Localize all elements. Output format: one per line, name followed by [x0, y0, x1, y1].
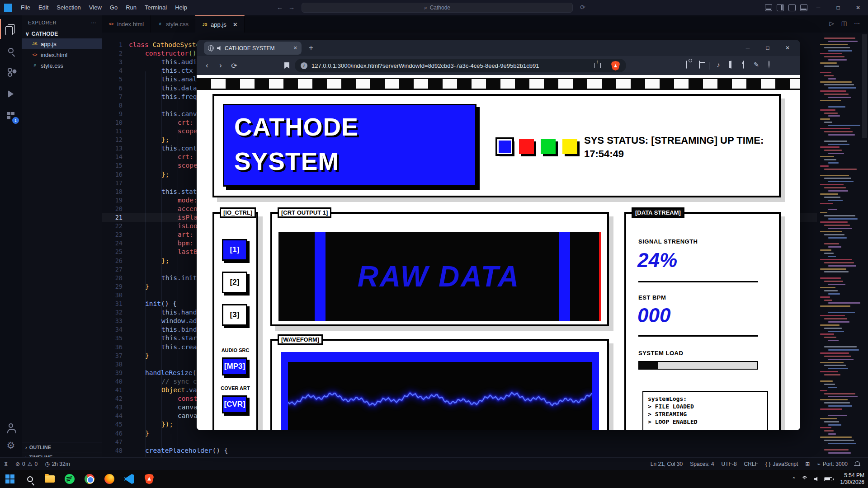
tab-appjs[interactable]: JS app.js ✕ — [195, 15, 245, 33]
new-tab-button[interactable]: + — [309, 43, 313, 52]
annotate-icon[interactable]: ✎ — [751, 61, 761, 68]
taskbar-clock[interactable]: 5:54 PM 1/30/2026 — [840, 472, 864, 486]
volume-icon[interactable] — [814, 477, 819, 481]
tab-indexhtml[interactable]: <> index.html — [102, 15, 151, 33]
timer-indicator[interactable]: ◷2h 32m — [41, 461, 74, 467]
swatch-red[interactable] — [519, 139, 534, 154]
tray-expand-icon[interactable]: ⌃ — [792, 476, 796, 482]
menu-terminal[interactable]: Terminal — [141, 2, 171, 13]
history-forward-icon[interactable]: → — [288, 4, 295, 11]
mode-3-button[interactable]: [3] — [222, 304, 247, 326]
file-indexhtml[interactable]: <> index.html — [22, 49, 102, 60]
reload-icon[interactable]: ⟳ — [227, 61, 241, 70]
toggle-secondary-sidebar-icon[interactable] — [788, 4, 796, 11]
minimap[interactable] — [819, 34, 861, 457]
brave-taskbar-icon[interactable] — [139, 470, 159, 488]
indentation[interactable]: Spaces: 4 — [686, 461, 717, 467]
media-icon[interactable]: ♪ — [713, 61, 723, 68]
code-line[interactable]: 46} — [102, 429, 817, 438]
toggle-sidebar-icon[interactable] — [777, 4, 784, 11]
tab-close-icon[interactable]: ✕ — [233, 21, 238, 28]
browser-maximize-button[interactable]: □ — [759, 42, 777, 54]
taskbar-search-icon[interactable] — [20, 470, 40, 488]
mode-1-button[interactable]: [1] — [222, 239, 247, 261]
port-forward[interactable]: ⌁Port: 3000 — [813, 461, 851, 467]
tab-close-icon[interactable]: ✕ — [293, 45, 297, 51]
command-search-box[interactable]: ⌕ Cathode — [302, 3, 573, 13]
bookmark-icon[interactable] — [284, 62, 289, 69]
extensions-icon[interactable]: 1 — [0, 106, 22, 126]
menu-help[interactable]: Help — [171, 2, 191, 13]
history-back-icon[interactable]: ← — [277, 4, 283, 11]
cursor-position[interactable]: Ln 21, Col 30 — [647, 461, 686, 467]
extension-indicator-icon[interactable]: ⊞ — [802, 461, 813, 467]
forward-icon[interactable]: › — [214, 61, 227, 70]
menu-go[interactable]: Go — [106, 2, 122, 13]
run-file-icon[interactable]: ▷ — [830, 20, 834, 27]
vscode-taskbar-icon[interactable] — [119, 470, 139, 488]
menu-selection[interactable]: Selection — [52, 2, 85, 13]
system-load-label: SYSTEM LOAD — [638, 350, 683, 357]
tab-stylecss[interactable]: # style.css — [151, 15, 195, 33]
file-stylecss[interactable]: # style.css — [22, 60, 102, 71]
swatch-yellow[interactable] — [562, 139, 577, 154]
folder-cathode[interactable]: ∨ CATHODE — [22, 29, 102, 38]
customize-layout-icon[interactable] — [800, 4, 807, 11]
menu-run[interactable]: Run — [122, 2, 141, 13]
mp3-button[interactable]: [MP3] — [222, 357, 247, 375]
vscode-minimize-button[interactable]: ─ — [808, 0, 828, 15]
sidebar-toggle-icon[interactable] — [726, 61, 736, 68]
toggle-panel-icon[interactable] — [765, 4, 772, 11]
notifications-bell-icon[interactable] — [851, 463, 863, 465]
browser-close-button[interactable]: ✕ — [778, 42, 797, 54]
split-editor-icon[interactable]: ◫ — [841, 20, 847, 27]
chrome-icon[interactable] — [80, 470, 99, 488]
menu-edit[interactable]: Edit — [34, 2, 52, 13]
problems-indicator[interactable]: ⊘0 ⚠0 — [12, 461, 41, 467]
more-actions-icon[interactable]: ⋯ — [854, 20, 860, 27]
mode-2-button[interactable]: [2] — [222, 272, 247, 293]
extensions-puzzle-icon[interactable] — [682, 61, 692, 68]
url-bar[interactable]: i 127.0.0.1:3000/index.html?serverWindow… — [295, 59, 626, 72]
file-appjs[interactable]: JS app.js — [22, 38, 102, 49]
wallet-card-icon[interactable] — [694, 61, 704, 68]
battery-icon[interactable] — [824, 477, 832, 481]
language-mode[interactable]: { }JavaScript — [762, 461, 802, 467]
remote-indicator[interactable]: ⋈ — [0, 461, 12, 466]
vscode-close-button[interactable]: ✕ — [848, 0, 868, 15]
menu-file[interactable]: File — [17, 2, 34, 13]
share-icon[interactable] — [594, 63, 601, 68]
run-debug-icon[interactable] — [0, 84, 22, 104]
wifi-icon[interactable] — [802, 476, 809, 482]
search-icon[interactable] — [0, 41, 22, 61]
start-button[interactable] — [0, 470, 20, 488]
brave-wallet-icon[interactable] — [739, 61, 749, 68]
spotify-icon[interactable] — [60, 470, 80, 488]
outline-section[interactable]: › OUTLINE — [22, 442, 102, 452]
brave-shield-icon[interactable] — [611, 61, 620, 70]
eol[interactable]: CRLF — [741, 461, 762, 467]
file-explorer-icon[interactable] — [40, 470, 60, 488]
cvr-button[interactable]: [CVR] — [222, 395, 247, 413]
explorer-icon[interactable] — [0, 19, 22, 39]
firefox-icon[interactable] — [99, 470, 119, 488]
account-icon[interactable] — [0, 416, 22, 436]
swatch-blue[interactable] — [497, 139, 512, 154]
explorer-more-icon[interactable]: ⋯ — [91, 20, 96, 26]
settings-gear-icon[interactable]: ⚙ — [0, 436, 22, 455]
vscode-maximize-button[interactable]: □ — [828, 0, 848, 15]
code-line[interactable]: 47 — [102, 438, 817, 446]
site-info-icon[interactable]: i — [301, 62, 307, 69]
search-icon: ⌕ — [424, 5, 427, 11]
source-control-icon[interactable] — [0, 62, 22, 82]
browser-tab[interactable]: CATHODE SYSTEM ✕ — [204, 42, 302, 55]
editor-scrollbar[interactable] — [861, 34, 868, 457]
encoding[interactable]: UTF-8 — [718, 461, 741, 467]
back-icon[interactable]: ‹ — [200, 61, 214, 70]
menu-view[interactable]: View — [85, 2, 106, 13]
vpn-shield-icon[interactable] — [764, 61, 774, 68]
code-line[interactable]: 48createPlaceholder() { — [102, 446, 817, 455]
layout-refresh-icon[interactable]: ⟳ — [580, 4, 585, 11]
swatch-green[interactable] — [541, 139, 556, 154]
browser-minimize-button[interactable]: ─ — [739, 42, 757, 54]
